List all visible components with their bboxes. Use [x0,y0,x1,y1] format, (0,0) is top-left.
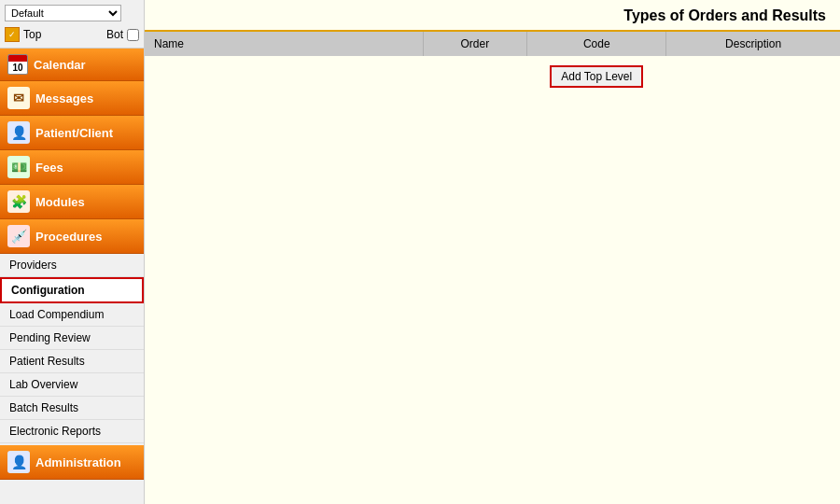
sidebar-item-fees[interactable]: 💵 Fees [0,150,144,185]
sidebar-item-configuration[interactable]: Configuration [0,277,144,303]
col-header-name: Name [145,32,423,56]
bot-checkbox[interactable] [127,29,139,41]
sidebar-item-calendar[interactable]: 10 Calendar [0,49,144,81]
empty-cell-1 [145,56,527,97]
dropdown-row: Default [5,5,139,21]
modules-icon: 🧩 [7,190,30,213]
sidebar-item-procedures[interactable]: 💉 Procedures [0,219,144,254]
results-table: Name Order Code Description Add Top Leve… [145,32,840,97]
sidebar-item-providers[interactable]: Providers [0,254,144,277]
col-header-order: Order [423,32,527,56]
default-dropdown[interactable]: Default [5,5,121,21]
sidebar-top: Default ✓ Top Bot [0,0,144,49]
sidebar-item-messages[interactable]: ✉ Messages [0,81,144,116]
sidebar: Default ✓ Top Bot 10 Calendar [0,0,145,504]
sidebar-item-label-admin: Administration [35,455,121,469]
sidebar-item-lab-overview[interactable]: Lab Overview [0,373,144,397]
col-header-code: Code [527,32,666,56]
empty-cell-2 [666,56,840,97]
sidebar-item-label-modules: Modules [35,195,85,209]
table-row-add: Add Top Level [145,56,840,97]
table-area: Name Order Code Description Add Top Leve… [145,32,840,504]
messages-icon: ✉ [7,87,30,109]
sidebar-item-load-compendium[interactable]: Load Compendium [0,303,144,327]
nav-items: 10 Calendar ✉ Messages 👤 Patient/Client … [0,49,144,504]
sidebar-item-administration[interactable]: 👤 Administration [0,445,144,480]
sidebar-item-patient[interactable]: 👤 Patient/Client [0,116,144,150]
page-title: Types of Orders and Results [145,0,840,32]
sidebar-item-patient-results[interactable]: Patient Results [0,350,144,373]
sidebar-item-pending-review[interactable]: Pending Review [0,327,144,350]
add-top-level-button[interactable]: Add Top Level [550,65,643,88]
sidebar-item-label-calendar: Calendar [34,58,86,72]
sidebar-item-label-procedures: Procedures [35,230,103,244]
sidebar-item-electronic-reports[interactable]: Electronic Reports [0,420,144,443]
sidebar-item-label-messages: Messages [35,91,93,105]
admin-icon: 👤 [7,451,30,473]
sidebar-item-label-fees: Fees [35,161,63,175]
sidebar-item-modules[interactable]: 🧩 Modules [0,185,144,219]
add-top-level-cell: Add Top Level [527,56,666,97]
main-content: Types of Orders and Results Name Order C… [145,0,840,504]
bot-label: Bot [106,28,123,41]
top-bot-row: ✓ Top Bot [5,25,139,44]
col-header-description: Description [666,32,840,56]
procedures-icon: 💉 [7,225,30,247]
sidebar-item-label-patient: Patient/Client [35,126,113,140]
sidebar-item-batch-results[interactable]: Batch Results [0,397,144,420]
top-checkbox-icon: ✓ [5,27,20,42]
top-label: Top [23,28,41,41]
fees-icon: 💵 [7,156,30,178]
patient-icon: 👤 [7,121,30,144]
